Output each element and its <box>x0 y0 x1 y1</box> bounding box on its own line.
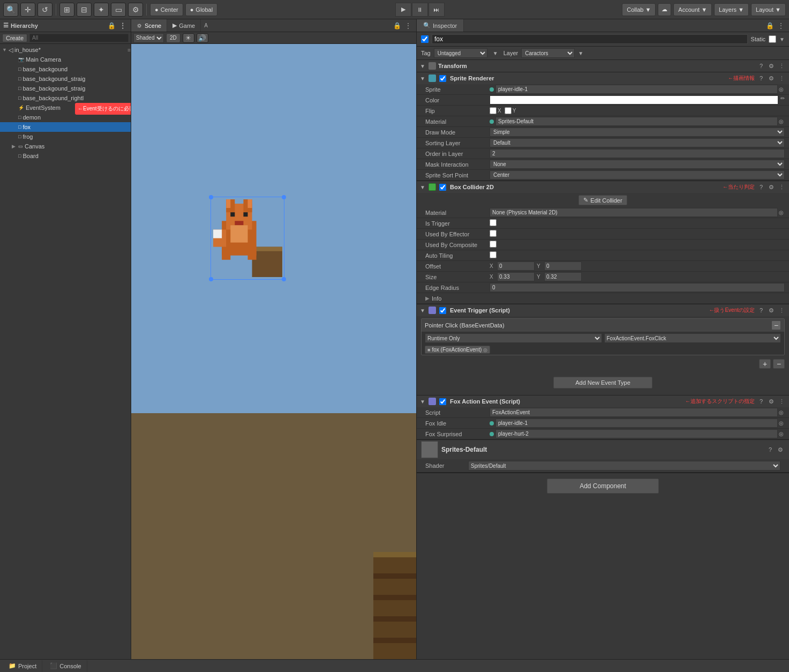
offset-y-input[interactable] <box>544 262 582 271</box>
bc-settings-icon[interactable]: ⚙ <box>767 183 776 191</box>
menu-icon[interactable]: ⋮ <box>118 21 127 31</box>
static-checkbox[interactable] <box>769 35 776 43</box>
transform-header[interactable]: ▼ Transform ? ⚙ ⋮ <box>417 60 789 72</box>
et-menu-icon[interactable]: ⋮ <box>777 306 786 315</box>
search-icon-btn[interactable]: 🔍 <box>3 3 18 17</box>
event-plus-button[interactable]: + <box>759 359 771 369</box>
play-button[interactable]: ▶ <box>395 3 411 17</box>
shading-dropdown[interactable]: Shaded <box>133 33 164 43</box>
istrigger-checkbox[interactable] <box>490 219 497 226</box>
material-input[interactable] <box>495 117 778 126</box>
sprite-renderer-header[interactable]: ▼ Sprite Renderer ←描画情報 ? ⚙ ⋮ <box>417 72 789 84</box>
fa-settings-icon[interactable]: ⚙ <box>767 397 776 406</box>
color-box[interactable] <box>490 95 778 104</box>
hierarchy-item-inhouse[interactable]: ▼ ◁ in_house* ≡ <box>0 45 131 55</box>
et-help-icon[interactable]: ? <box>757 306 765 315</box>
transform-settings-icon[interactable]: ⚙ <box>767 62 776 70</box>
bc-menu-icon[interactable]: ⋮ <box>777 183 786 191</box>
hierarchy-item-board[interactable]: □ Board <box>0 151 131 161</box>
lock-icon-inspector[interactable]: 🔒 <box>765 21 775 31</box>
sprite-input[interactable] <box>495 85 778 94</box>
event-remove-button[interactable]: − <box>771 320 781 330</box>
transform-menu-icon[interactable]: ⋮ <box>777 62 786 70</box>
shader-help-icon[interactable]: ? <box>766 445 775 454</box>
drawmode-select[interactable]: Simple <box>490 128 785 137</box>
size-x-input[interactable] <box>497 272 535 281</box>
add-component-button[interactable]: Add Component <box>547 479 659 494</box>
hierarchy-item-basebg4[interactable]: □ base_backgound_rightl <box>0 93 131 103</box>
bottom-tab-console[interactable]: ⬛ Console <box>44 660 87 672</box>
static-arrow[interactable]: ▼ <box>779 36 785 42</box>
lock-icon[interactable]: 🔒 <box>107 21 116 31</box>
hierarchy-item-canvas[interactable]: ▶ ▭ Canvas <box>0 141 131 151</box>
step-button[interactable]: ⏭ <box>429 3 445 17</box>
bc-checkbox[interactable] <box>439 184 446 191</box>
sr-settings-icon[interactable]: ⚙ <box>767 74 776 83</box>
audio-icon[interactable]: 🔊 <box>197 33 208 43</box>
hierarchy-item-basebg3[interactable]: □ base_backgound_straig <box>0 84 131 93</box>
account-dropdown[interactable]: Account ▼ <box>673 3 712 16</box>
usedcomposite-checkbox[interactable] <box>490 241 497 248</box>
shader-select[interactable]: Sprites/Default <box>468 461 780 471</box>
refresh-icon-btn[interactable]: ↺ <box>37 3 52 17</box>
eventtrigger-header[interactable]: ▼ Event Trigger (Script) ←扱うEventの設定 ? ⚙… <box>417 304 789 316</box>
sortinglayer-select[interactable]: Default <box>490 138 785 147</box>
scene-viewport[interactable] <box>131 44 416 659</box>
size-y-input[interactable] <box>544 272 582 281</box>
foxidle-input[interactable] <box>495 419 778 428</box>
hierarchy-item-frog[interactable]: □ frog <box>0 132 131 141</box>
foxidle-target-icon[interactable]: ◎ <box>778 420 785 426</box>
spritesort-select[interactable]: Center <box>490 170 785 180</box>
flip-x-checkbox[interactable] <box>490 107 497 114</box>
fa-script-input[interactable] <box>490 408 778 417</box>
info-arrow[interactable]: ▶ <box>425 295 430 301</box>
layers-dropdown[interactable]: Layers ▼ <box>714 3 749 16</box>
center-button[interactable]: ● Center <box>150 3 183 16</box>
bc-help-icon[interactable]: ? <box>757 183 765 191</box>
et-settings-icon[interactable]: ⚙ <box>767 306 776 315</box>
eyedropper-icon[interactable]: ✏ <box>780 95 785 104</box>
inspector-tab[interactable]: 🔍 Inspector <box>417 19 464 32</box>
hierarchy-search[interactable] <box>29 34 129 42</box>
fa-script-target-icon[interactable]: ◎ <box>778 409 785 415</box>
edit-collider-button[interactable]: ✎ Edit Collider <box>578 195 627 205</box>
shader-settings-icon[interactable]: ⚙ <box>776 445 785 454</box>
scene-tab-scene[interactable]: ⛭ Scene <box>131 19 167 32</box>
function-select[interactable]: FoxActionEvent.FoxClick <box>604 333 782 343</box>
pause-button[interactable]: ⏸ <box>412 3 428 17</box>
event-minus-button[interactable]: − <box>773 359 785 369</box>
edgeradius-input[interactable] <box>490 283 785 292</box>
runtime-select[interactable]: Runtime Only <box>425 333 602 343</box>
tag-select[interactable]: Untagged <box>434 48 487 58</box>
info-row[interactable]: ▶ Info <box>417 293 789 304</box>
foxsurprised-input[interactable] <box>495 429 778 438</box>
rotate-icon-btn[interactable]: ⊟ <box>77 3 92 17</box>
target-icon[interactable]: ◎ <box>483 347 487 353</box>
create-button[interactable]: Create <box>2 34 27 42</box>
bc-material-target-icon[interactable]: ◎ <box>778 210 785 215</box>
menu-icon-scene[interactable]: ⋮ <box>403 21 413 31</box>
obj-name-input[interactable] <box>432 34 748 44</box>
usedeffector-checkbox[interactable] <box>490 230 497 237</box>
cloud-icon-btn[interactable]: ☁ <box>658 3 671 16</box>
foxsurprised-target-icon[interactable]: ◎ <box>778 431 785 437</box>
hierarchy-item-fox[interactable]: □ fox <box>0 122 131 132</box>
orderlayer-input[interactable] <box>490 149 785 158</box>
layout-dropdown[interactable]: Layout ▼ <box>751 3 786 16</box>
sprite-target-icon[interactable]: ◎ <box>778 86 785 92</box>
move-icon-btn[interactable]: ⊞ <box>59 3 74 17</box>
collab-dropdown[interactable]: Collab ▼ <box>622 3 656 16</box>
foxaction-header[interactable]: ▼ Fox Action Event (Script) ←追加するスクリプトの指… <box>417 395 789 407</box>
menu-icon-inspector[interactable]: ⋮ <box>776 21 786 31</box>
lighting-icon[interactable]: ☀ <box>183 33 194 43</box>
scale-icon-btn[interactable]: ✦ <box>94 3 109 17</box>
add-icon-btn[interactable]: ✛ <box>20 3 35 17</box>
fa-menu-icon[interactable]: ⋮ <box>777 397 786 406</box>
add-event-button[interactable]: Add New Event Type <box>553 377 652 389</box>
transform-help-icon[interactable]: ? <box>757 62 765 70</box>
scene-tab-game[interactable]: ▶ Game <box>167 19 201 32</box>
sr-menu-icon[interactable]: ⋮ <box>777 74 786 83</box>
maskinteraction-select[interactable]: None <box>490 160 785 169</box>
rect-icon-btn[interactable]: ▭ <box>111 3 126 17</box>
boxcollider-header[interactable]: ▼ Box Collider 2D ←当たり判定 ? ⚙ ⋮ <box>417 181 789 193</box>
